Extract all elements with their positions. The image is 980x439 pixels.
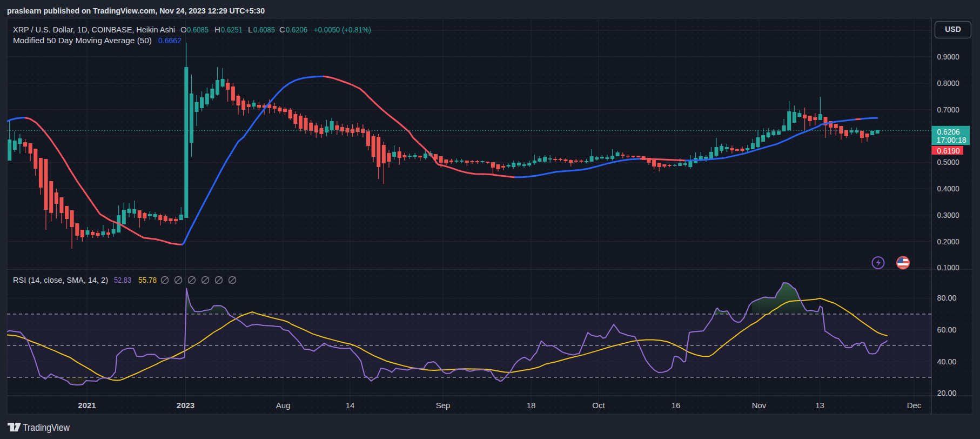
svg-text:TradingView: TradingView <box>23 422 70 433</box>
svg-text:0.7000: 0.7000 <box>937 105 959 114</box>
svg-text:+0.0050 (+0.81%): +0.0050 (+0.81%) <box>314 25 371 34</box>
svg-text:52.83: 52.83 <box>114 276 131 284</box>
svg-text:0.2000: 0.2000 <box>937 237 959 246</box>
svg-text:Modified 50 Day Moving Average: Modified 50 Day Moving Average (50) <box>13 36 152 45</box>
svg-text:2021: 2021 <box>78 401 96 410</box>
svg-text:60.00: 60.00 <box>937 325 957 334</box>
svg-text:14: 14 <box>346 401 355 410</box>
svg-text:L: L <box>248 25 252 34</box>
svg-text:praslearn published on Trading: praslearn published on TradingView.com, … <box>7 6 265 15</box>
svg-text:H: H <box>214 25 220 34</box>
svg-text:0.3000: 0.3000 <box>937 210 959 220</box>
svg-text:0.5000: 0.5000 <box>937 157 959 167</box>
svg-text:40.00: 40.00 <box>937 357 957 366</box>
svg-text:0.9000: 0.9000 <box>937 52 959 61</box>
svg-text:0.6251: 0.6251 <box>221 25 243 34</box>
svg-text:RSI (14, close, SMA, 14, 2): RSI (14, close, SMA, 14, 2) <box>13 275 108 284</box>
svg-text:0.1000: 0.1000 <box>937 263 959 272</box>
svg-text:55.78: 55.78 <box>138 276 157 284</box>
svg-text:0.6662: 0.6662 <box>158 36 182 45</box>
svg-text:Sep: Sep <box>436 401 451 410</box>
svg-text:0.8000: 0.8000 <box>937 78 959 88</box>
svg-text:Dec: Dec <box>907 401 922 410</box>
svg-text:C: C <box>279 25 285 34</box>
svg-text:16: 16 <box>672 401 681 410</box>
svg-text:0.6190: 0.6190 <box>937 146 960 155</box>
svg-text:USD: USD <box>945 25 961 34</box>
svg-text:13: 13 <box>815 401 824 410</box>
svg-text:Aug: Aug <box>276 401 291 410</box>
svg-text:Nov: Nov <box>752 401 767 410</box>
svg-text:0.6085: 0.6085 <box>253 25 275 34</box>
svg-text:XRP / U.S. Dollar, 1D, COINBAS: XRP / U.S. Dollar, 1D, COINBASE, Heikin … <box>13 25 175 34</box>
svg-text:0.6085: 0.6085 <box>187 25 209 34</box>
svg-text:17:00:18: 17:00:18 <box>937 135 966 144</box>
svg-text:20.00: 20.00 <box>937 388 957 397</box>
svg-text:2023: 2023 <box>177 401 194 410</box>
svg-text:80.00: 80.00 <box>937 293 957 302</box>
svg-text:0.4000: 0.4000 <box>937 184 959 193</box>
svg-text:O: O <box>180 25 187 34</box>
svg-text:18: 18 <box>527 401 536 410</box>
svg-text:0.6206: 0.6206 <box>286 25 307 34</box>
svg-text:Oct: Oct <box>592 401 605 410</box>
